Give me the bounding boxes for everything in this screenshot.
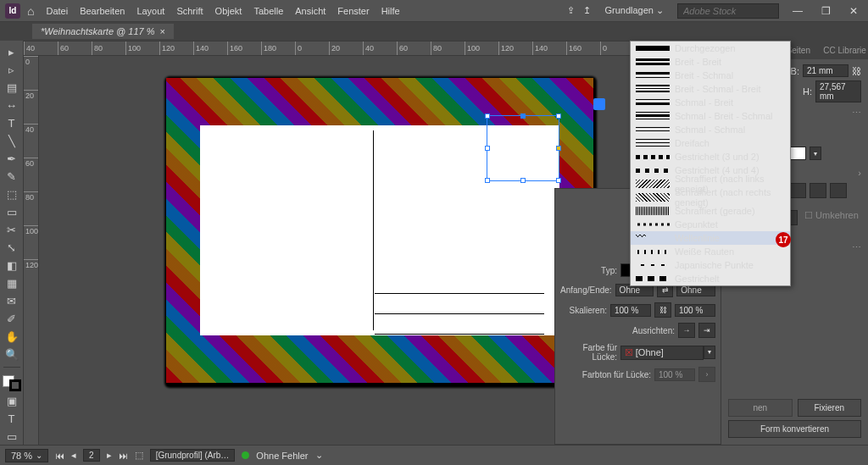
tool-type[interactable]: T (2, 115, 22, 131)
tool-separator (3, 367, 20, 368)
stroke-preview-icon (636, 220, 670, 229)
tool-gradient-swatch[interactable]: ◧ (2, 257, 22, 274)
window-minimize-icon[interactable]: — (787, 5, 808, 17)
tool-zoom[interactable]: 🔍 (2, 346, 22, 363)
link-wh-icon[interactable]: ⛓ (852, 66, 861, 76)
stroke-type-label: Schmal - Breit (675, 97, 733, 108)
menu-datei[interactable]: Datei (46, 6, 68, 16)
fill-stroke-swatch[interactable] (3, 375, 21, 391)
menu-tabelle[interactable]: Tabelle (253, 6, 283, 16)
tool-selection[interactable]: ▸ (2, 44, 22, 60)
home-icon[interactable]: ⌂ (27, 4, 34, 18)
stroke-type-option[interactable]: Breit - Breit (631, 55, 790, 69)
link-badge-icon[interactable] (593, 98, 605, 110)
page-first-icon[interactable]: ⏮ (55, 451, 64, 461)
stroke-type-option[interactable]: Breit - Schmal - Breit (631, 82, 790, 96)
stroke-type-option[interactable]: Durchgezogen (631, 42, 790, 55)
align-top-btn[interactable] (789, 183, 806, 198)
scale-link-icon[interactable]: ⛓ (654, 302, 671, 318)
tool-gap[interactable]: ↔ (2, 97, 22, 113)
tab-cc-libraries[interactable]: CC Librarie (821, 41, 868, 59)
tool-page[interactable]: ▤ (2, 80, 22, 96)
document-page[interactable] (166, 78, 593, 383)
tool-eyedropper[interactable]: ✐ (2, 311, 22, 327)
width-field[interactable]: 21 mm (803, 64, 849, 77)
menu-schrift[interactable]: Schrift (176, 6, 203, 16)
document-tab-bar: *Weihnachtskarte @ 117 % × (0, 22, 868, 41)
stroke-preview-icon (636, 44, 670, 53)
align-arrow-inside[interactable]: ⇥ (698, 323, 715, 338)
tool-pen[interactable]: ✒ (2, 151, 22, 167)
share-icon[interactable]: ⇪ (567, 5, 575, 16)
stroke-type-label: Schraffiert (gerade) (675, 206, 755, 216)
stroke-type-label: Durchgezogen (675, 43, 736, 53)
stroke-preview-icon (636, 261, 670, 269)
scale-end-field[interactable]: 100 % (675, 304, 715, 317)
stroke-swatch-dd[interactable]: ▾ (810, 147, 821, 160)
tab-close-icon[interactable]: × (159, 26, 164, 36)
fixieren-button[interactable]: Fixieren (798, 399, 862, 417)
tool-format-text[interactable]: T (2, 411, 22, 427)
menu-bearbeiten[interactable]: Bearbeiten (80, 6, 125, 16)
menu-bar: Id ⌂ Datei Bearbeiten Layout Schrift Obj… (0, 0, 868, 22)
page-prev-icon[interactable]: ◂ (71, 450, 76, 461)
tool-direct-selection[interactable]: ▹ (2, 62, 22, 78)
stock-search-input[interactable] (677, 3, 779, 19)
app-logo-icon: Id (5, 3, 20, 19)
stroke-type-option[interactable]: Gestrichelt (3 und 2) (631, 150, 790, 163)
stroke-type-option[interactable]: Schraffiert (nach rechts geneigt) (631, 191, 790, 204)
tool-format-container[interactable]: ▣ (2, 393, 22, 409)
nen-button[interactable]: nen (728, 399, 793, 417)
stroke-type-option[interactable]: Schmal - Breit (631, 96, 790, 109)
preflight-profile[interactable]: [Grundprofil] (Arb… (150, 449, 236, 462)
tool-gradient-feather[interactable]: ▦ (2, 275, 22, 291)
stroke-type-option[interactable]: Dreifach (631, 136, 790, 150)
stroke-type-option[interactable]: Gestrichelt (631, 272, 790, 285)
preflight-profile-icon[interactable]: ⬚ (135, 450, 143, 461)
tool-rectangle[interactable]: ▭ (2, 204, 22, 220)
selected-stamp-frame[interactable] (487, 115, 559, 181)
zoom-field[interactable]: 78 % ⌄ (5, 449, 48, 462)
align-arrow-outside[interactable]: → (678, 323, 695, 338)
preflight-status-text[interactable]: Ohne Fehler (256, 451, 308, 461)
page-next-icon[interactable]: ▸ (107, 450, 112, 461)
stroke-type-option[interactable]: Weiße Rauten (631, 245, 790, 258)
window-close-icon[interactable]: ✕ (844, 5, 863, 17)
stroke-type-option[interactable]: Schmal - Schmal (631, 123, 790, 136)
menu-ansicht[interactable]: Ansicht (295, 6, 326, 16)
stroke-type-label: Japanische Punkte (675, 260, 754, 270)
stroke-type-option[interactable]: Wellenlinie (631, 231, 790, 245)
form-konvertieren-button[interactable]: Form konvertieren (728, 420, 861, 438)
stroke-type-option[interactable]: Gepunktet (631, 218, 790, 231)
tool-scissors[interactable]: ✂ (2, 222, 22, 238)
tool-pencil[interactable]: ✎ (2, 169, 22, 185)
gap-color-select[interactable]: ☒ [Ohne]▾ (620, 346, 715, 360)
menu-fenster[interactable]: Fenster (337, 6, 369, 16)
document-tab[interactable]: *Weihnachtskarte @ 117 % × (32, 24, 174, 39)
workspace-dropdown[interactable]: Grundlagen ⌄ (599, 3, 669, 18)
tool-rectangle-frame[interactable]: ⬚ (2, 186, 22, 202)
align-middle-btn[interactable] (810, 183, 826, 198)
tool-hand[interactable]: ✋ (2, 329, 22, 345)
stroke-type-option[interactable]: Breit - Schmal (631, 69, 790, 82)
stroke-type-label: Schmal - Breit - Schmal (675, 111, 773, 121)
tool-line[interactable]: ╲ (2, 133, 22, 149)
align-bottom-btn[interactable] (830, 183, 847, 198)
tool-free-transform[interactable]: ⤡ (2, 240, 22, 256)
menu-hilfe[interactable]: Hilfe (381, 6, 400, 16)
publish-icon[interactable]: ↥ (583, 5, 591, 16)
stroke-preview-icon (636, 207, 670, 215)
stroke-type-menu[interactable]: DurchgezogenBreit - BreitBreit - SchmalB… (630, 41, 791, 286)
tool-note[interactable]: ✉ (2, 293, 22, 309)
page-number-field[interactable]: 2 (83, 449, 100, 462)
menu-objekt[interactable]: Objekt (215, 6, 242, 16)
page-last-icon[interactable]: ⏭ (119, 451, 128, 461)
tool-screen-mode[interactable]: ▭ (2, 429, 22, 445)
height-field[interactable]: 27,567 mm (815, 80, 861, 102)
stroke-type-option[interactable]: Schmal - Breit - Schmal (631, 109, 790, 123)
stroke-type-option[interactable]: Japanische Punkte (631, 258, 790, 272)
scale-start-field[interactable]: 100 % (610, 304, 651, 317)
window-restore-icon[interactable]: ❐ (816, 5, 836, 17)
menu-layout[interactable]: Layout (136, 6, 164, 16)
stroke-preview-icon (636, 234, 670, 242)
